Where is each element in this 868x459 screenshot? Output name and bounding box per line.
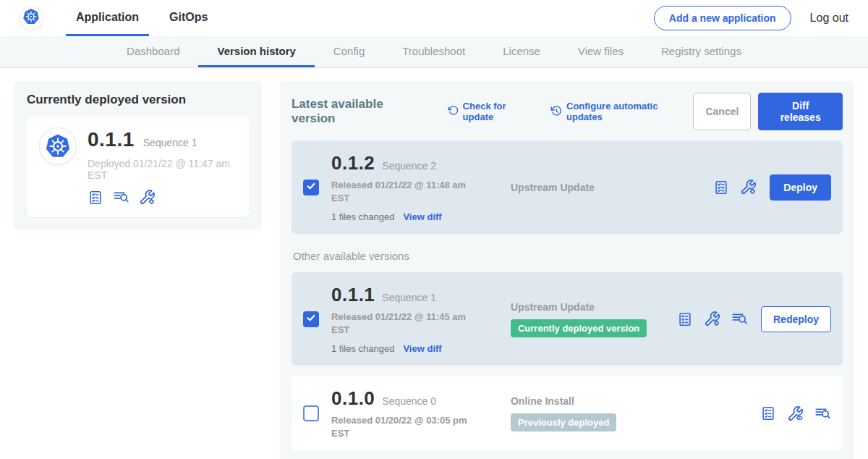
version-row-0-1-2: 0.1.2 Sequence 2 Released 01/21/22 @ 11:… [292,140,843,234]
logout-button[interactable]: Log out [810,12,848,25]
edit-config-icon[interactable] [704,311,720,327]
top-tab-gitops-label: GitOps [169,11,208,24]
diff-releases-button[interactable]: Diff releases [758,93,843,130]
top-nav: Application GitOps Add a new application… [0,0,868,36]
view-diff-link[interactable]: View diff [403,343,441,354]
tab-dashboard[interactable]: Dashboard [108,36,198,67]
refresh-icon [448,105,459,118]
top-tab-application-label: Application [76,11,139,24]
sequence-label: Sequence 1 [382,292,436,303]
app-sub-nav: Dashboard Version history Config Trouble… [0,36,868,68]
edit-config-icon[interactable] [139,189,156,206]
version-checkbox[interactable] [303,311,319,327]
view-logs-icon[interactable] [113,189,129,206]
check-for-update-label: Check for update [463,101,537,122]
currently-deployed-title: Currently deployed version [27,93,249,107]
preflight-checklist-icon[interactable] [760,405,776,421]
deployed-timestamp: Deployed 01/21/22 @ 11:47 am EST [88,158,236,181]
configure-automatic-updates-label: Configure automatic updates [566,101,693,122]
deployed-version-number: 0.1.1 [88,128,135,151]
deploy-button[interactable]: Deploy [770,174,831,201]
add-application-button[interactable]: Add a new application [654,6,791,30]
version-number: 0.1.1 [331,284,375,306]
view-diff-link[interactable]: View diff [403,211,441,222]
version-checkbox[interactable] [303,180,319,195]
tab-troubleshoot[interactable]: Troubleshoot [383,36,484,67]
files-changed-label: 1 files changed [331,343,394,354]
sequence-label: Sequence 0 [382,395,436,407]
tab-view-files[interactable]: View files [559,36,642,67]
released-timestamp: Released 01/21/22 @ 11:45 am EST [331,311,476,336]
files-changed-label: 1 files changed [331,211,394,222]
kubernetes-logo-icon [22,8,40,28]
configure-automatic-updates-link[interactable]: Configure automatic updates [550,101,693,122]
currently-deployed-badge: Currently deployed version [511,319,647,337]
top-tab-application[interactable]: Application [66,0,149,36]
tab-version-history[interactable]: Version history [198,36,314,67]
view-config-icon[interactable] [787,405,804,422]
checkmark-icon [305,312,317,327]
version-row-0-1-1: 0.1.1 Sequence 1 Released 01/21/22 @ 11:… [292,272,843,366]
edit-config-icon[interactable] [740,179,757,195]
auto-update-clock-icon [550,105,562,119]
version-source-label: Upstream Update [511,301,677,313]
deployed-version-card: 0.1.1 Sequence 1 Deployed 01/21/22 @ 11:… [27,117,249,217]
view-logs-icon[interactable] [814,405,831,422]
available-versions-panel: Latest available version Check for updat… [280,81,854,459]
redeploy-button[interactable]: Redeploy [761,306,831,332]
released-timestamp: Released 01/20/22 @ 03:05 pm EST [331,414,476,439]
currently-deployed-panel: Currently deployed version 0.1.1 Sequenc… [14,81,262,230]
kubernetes-app-icon [40,128,76,164]
version-checkbox[interactable] [303,405,319,421]
version-number: 0.1.0 [331,387,375,410]
tab-license[interactable]: License [484,36,559,67]
top-tab-gitops[interactable]: GitOps [159,0,218,36]
preflight-checklist-icon[interactable] [88,190,103,206]
view-logs-icon[interactable] [731,311,748,327]
preflight-checklist-icon[interactable] [713,180,729,195]
version-row-0-1-0: 0.1.0 Sequence 0 Released 01/20/22 @ 03:… [292,376,843,451]
version-source-label: Online Install [511,395,677,407]
version-source-label: Upstream Update [511,182,677,193]
preflight-checklist-icon[interactable] [677,311,693,327]
previously-deployed-badge: Previously deployed [511,413,616,431]
tab-config[interactable]: Config [315,36,383,67]
app-logo [20,7,43,30]
released-timestamp: Released 01/21/22 @ 11:48 am EST [331,179,476,204]
deployed-sequence-label: Sequence 1 [143,137,197,148]
latest-available-title: Latest available version [292,97,427,126]
sequence-label: Sequence 2 [382,160,436,172]
version-number: 0.1.2 [331,152,375,174]
tab-registry-settings[interactable]: Registry settings [642,36,760,67]
other-versions-title: Other available versions [293,250,841,262]
cancel-button[interactable]: Cancel [693,93,751,130]
check-for-update-link[interactable]: Check for update [448,101,537,122]
checkmark-icon [305,180,317,195]
